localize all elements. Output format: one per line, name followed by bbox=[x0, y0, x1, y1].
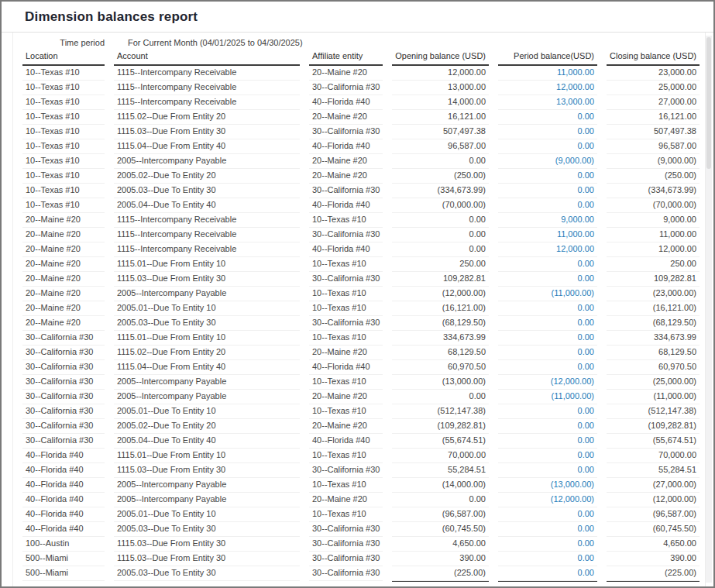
period-balance-cell[interactable]: 0.00 bbox=[498, 360, 597, 375]
location-cell: 10--Texas #10 bbox=[22, 81, 105, 95]
period-balance-cell[interactable]: (9,000.00) bbox=[498, 154, 597, 169]
affiliate-entity-cell: 30--California #30 bbox=[309, 272, 383, 287]
period-balance-cell[interactable]: 0.00 bbox=[498, 331, 597, 346]
affiliate-entity-cell: 10--Texas #10 bbox=[309, 257, 383, 272]
scrollbar-thumb[interactable] bbox=[706, 37, 711, 169]
closing-balance-cell: 70,000.00 bbox=[607, 449, 700, 463]
location-cell: 10--Texas #10 bbox=[22, 125, 105, 139]
affiliate-entity-cell: 20--Maine #20 bbox=[309, 390, 383, 404]
closing-balance-cell: (96,587.00) bbox=[607, 507, 700, 522]
account-cell: 2005.04--Due To Entity 40 bbox=[114, 198, 300, 213]
opening-balance-cell: 334,673.99 bbox=[392, 331, 489, 346]
period-balance-cell[interactable]: (11,000.00) bbox=[498, 287, 597, 301]
affiliate-entity-cell: 10--Texas #10 bbox=[309, 449, 383, 463]
period-balance-cell[interactable]: 11,000.00 bbox=[498, 66, 597, 81]
table-row: 10--Texas #101115.02--Due From Entity 20… bbox=[22, 110, 700, 125]
opening-balance-cell: 96,587.00 bbox=[392, 139, 489, 154]
closing-balance-cell: 23,000.00 bbox=[607, 66, 700, 81]
location-cell: 10--Texas #10 bbox=[22, 95, 105, 110]
vertical-scrollbar[interactable] bbox=[706, 36, 712, 583]
period-balance-cell[interactable]: (13,000.00) bbox=[498, 478, 597, 493]
account-cell: 1115--Intercompany Receivable bbox=[114, 242, 300, 257]
period-balance-cell[interactable]: 0.00 bbox=[498, 537, 597, 552]
table-row: 10--Texas #101115--Intercompany Receivab… bbox=[22, 81, 700, 95]
account-cell: 1115.03--Due From Entity 30 bbox=[114, 125, 300, 139]
account-cell: 1115--Intercompany Receivable bbox=[114, 228, 300, 242]
affiliate-entity-cell: 10--Texas #10 bbox=[309, 287, 383, 301]
affiliate-entity-cell: 30--California #30 bbox=[309, 316, 383, 331]
period-balance-cell[interactable]: 0.00 bbox=[498, 463, 597, 478]
period-balance-cell[interactable]: 0.00 bbox=[498, 139, 597, 154]
affiliate-entity-cell: 10--Texas #10 bbox=[309, 331, 383, 346]
account-cell: 2005.01--Due To Entity 10 bbox=[114, 301, 300, 316]
period-balance-cell[interactable]: 0.00 bbox=[498, 566, 597, 581]
location-cell: 40--Florida #40 bbox=[22, 449, 105, 463]
period-balance-cell[interactable]: 0.00 bbox=[498, 184, 597, 198]
period-balance-cell[interactable]: (12,000.00) bbox=[498, 375, 597, 390]
period-balance-cell[interactable]: 0.00 bbox=[498, 522, 597, 537]
period-balance-cell[interactable]: 0.00 bbox=[498, 257, 597, 272]
period-balance-cell[interactable]: (12,000.00) bbox=[498, 493, 597, 507]
grand-total-spacer bbox=[114, 581, 300, 588]
opening-balance-cell: (68,129.50) bbox=[392, 316, 489, 331]
table-row: 10--Texas #102005.04--Due To Entity 4040… bbox=[22, 198, 700, 213]
period-balance-cell[interactable]: (11,000.00) bbox=[498, 390, 597, 404]
period-balance-cell[interactable]: 0.00 bbox=[498, 301, 597, 316]
period-balance-cell[interactable]: 0.00 bbox=[498, 507, 597, 522]
opening-balance-cell: 60,970.50 bbox=[392, 360, 489, 375]
period-balance-cell[interactable]: 11,000.00 bbox=[498, 228, 597, 242]
period-balance-cell[interactable]: 0.00 bbox=[498, 449, 597, 463]
period-balance-cell[interactable]: 13,000.00 bbox=[498, 95, 597, 110]
account-cell: 1115--Intercompany Receivable bbox=[114, 213, 300, 228]
table-row: 10--Texas #101115--Intercompany Receivab… bbox=[22, 95, 700, 110]
column-header-period-balance: Period balance(USD) bbox=[498, 49, 597, 66]
page-title: Dimension balances report bbox=[25, 9, 198, 24]
opening-balance-cell: (16,121.00) bbox=[392, 301, 489, 316]
period-balance-cell[interactable]: 9,000.00 bbox=[498, 213, 597, 228]
period-balance-cell[interactable]: 0.00 bbox=[498, 552, 597, 566]
closing-balance-cell: 27,000.00 bbox=[607, 95, 700, 110]
period-balance-cell[interactable]: 0.00 bbox=[498, 419, 597, 434]
affiliate-entity-cell: 30--California #30 bbox=[309, 228, 383, 242]
period-balance-cell[interactable]: 0.00 bbox=[498, 404, 597, 419]
period-balance-cell[interactable]: 12,000.00 bbox=[498, 242, 597, 257]
period-balance-cell[interactable]: 0.00 bbox=[498, 169, 597, 184]
table-row: 40--Florida #402005.01--Due To Entity 10… bbox=[22, 507, 700, 522]
table-row: 500--Miami2005.03--Due To Entity 3030--C… bbox=[22, 566, 700, 581]
period-balance-cell[interactable]: 0.00 bbox=[498, 272, 597, 287]
period-balance-cell[interactable]: 0.00 bbox=[498, 316, 597, 331]
location-cell: 20--Maine #20 bbox=[22, 242, 105, 257]
grand-total-row: Grand total 0.00 0.00 0.00 bbox=[22, 581, 700, 588]
period-balance-cell[interactable]: 0.00 bbox=[498, 346, 597, 360]
closing-balance-cell: (23,000.00) bbox=[607, 287, 700, 301]
account-cell: 1115.01--Due From Entity 10 bbox=[114, 331, 300, 346]
closing-balance-cell: (9,000.00) bbox=[607, 154, 700, 169]
affiliate-entity-cell: 30--California #30 bbox=[309, 463, 383, 478]
closing-balance-cell: 9,000.00 bbox=[607, 213, 700, 228]
location-cell: 20--Maine #20 bbox=[22, 272, 105, 287]
location-cell: 10--Texas #10 bbox=[22, 184, 105, 198]
account-cell: 1115.01--Due From Entity 10 bbox=[114, 257, 300, 272]
period-balance-cell[interactable]: 0.00 bbox=[498, 125, 597, 139]
period-balance-cell[interactable]: 0.00 bbox=[498, 198, 597, 213]
period-balance-cell[interactable]: 12,000.00 bbox=[498, 81, 597, 95]
time-period-value: For Current Month (04/01/2025 to 04/30/2… bbox=[128, 36, 303, 49]
account-cell: 1115.03--Due From Entity 30 bbox=[114, 552, 300, 566]
affiliate-entity-cell: 40--Florida #40 bbox=[309, 198, 383, 213]
opening-balance-cell: 109,282.81 bbox=[392, 272, 489, 287]
account-cell: 2005--Intercompany Payable bbox=[114, 375, 300, 390]
account-cell: 2005--Intercompany Payable bbox=[114, 478, 300, 493]
closing-balance-cell: 507,497.38 bbox=[607, 125, 700, 139]
closing-balance-cell: 250.00 bbox=[607, 257, 700, 272]
location-cell: 30--California #30 bbox=[22, 331, 105, 346]
report-content: Time period For Current Month (04/01/202… bbox=[12, 33, 706, 588]
period-balance-cell[interactable]: 0.00 bbox=[498, 434, 597, 449]
table-row: 20--Maine #201115--Intercompany Receivab… bbox=[22, 213, 700, 228]
location-cell: 40--Florida #40 bbox=[22, 493, 105, 507]
account-cell: 2005.02--Due To Entity 20 bbox=[114, 169, 300, 184]
closing-balance-cell: (70,000.00) bbox=[607, 198, 700, 213]
closing-balance-cell: (250.00) bbox=[607, 169, 700, 184]
opening-balance-cell: 12,000.00 bbox=[392, 66, 489, 81]
period-balance-cell[interactable]: 0.00 bbox=[498, 110, 597, 125]
opening-balance-cell: 0.00 bbox=[392, 154, 489, 169]
